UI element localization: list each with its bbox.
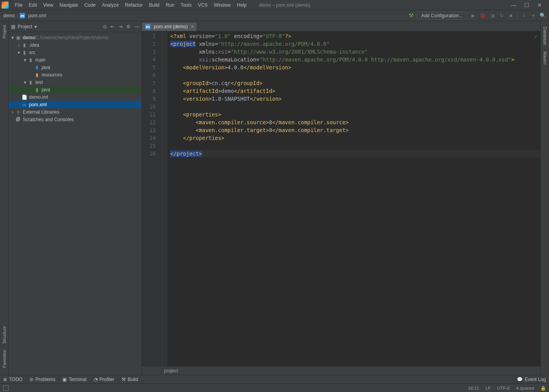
project-panel-header: ▦ Project ▾ ◎ ⇤ ⇥ ⚙ — [9, 21, 142, 32]
panel-settings-icon[interactable]: ⚙ [126, 24, 131, 29]
window-close-icon[interactable]: ✕ [537, 2, 542, 8]
tree-iml-label: demo.iml [29, 94, 48, 100]
menu-view[interactable]: View [40, 0, 56, 10]
breadcrumb-sep-icon: › [16, 13, 18, 18]
menu-run[interactable]: Run [163, 0, 178, 10]
status-encoding[interactable]: UTF-8 [497, 386, 510, 390]
build-hammer-icon[interactable]: ⚒ [409, 12, 414, 19]
search-everywhere-icon[interactable]: 🔍 [540, 13, 546, 19]
menu-analyze[interactable]: Analyze [99, 0, 122, 10]
inspection-ok-icon[interactable]: ✓ [534, 33, 538, 37]
menu-edit[interactable]: Edit [25, 0, 40, 10]
project-panel: ▦ Project ▾ ◎ ⇤ ⇥ ⚙ — ▾ ▣ demo C:\Users\… [9, 21, 142, 375]
editor: m pom.xml (demo) × 12 34 56 78 910 1112 … [142, 21, 540, 375]
tree-resources[interactable]: ▮ resources [9, 71, 142, 78]
toolwindow-favorites-button[interactable]: Favorites [2, 347, 7, 371]
toolwindow-maven-button[interactable]: Maven [543, 48, 547, 67]
menu-refactor[interactable]: Refactor [122, 0, 146, 10]
tree-scratches[interactable]: 🗐 Scratches and Consoles [9, 116, 142, 123]
right-tool-stripe: Database Maven [540, 21, 549, 375]
breadcrumb-file[interactable]: pom.xml [28, 13, 46, 18]
tree-root-path: C:\Users\chenq\IdeaProjects\demo [35, 35, 108, 40]
tree-root-label: demo [23, 35, 35, 40]
menu-bar: File Edit View Navigate Code Analyze Ref… [0, 0, 549, 10]
toolwindow-profiler[interactable]: ◔Profiler [94, 377, 115, 382]
menu-tools[interactable]: Tools [178, 0, 195, 10]
toolwindow-problems[interactable]: ⊘Problems [29, 377, 55, 382]
toolwindow-quick-access-icon[interactable] [3, 385, 9, 391]
tree-idea[interactable]: › ▮ .idea [9, 41, 142, 49]
gutter: 12 34 56 78 910 1112 1314 1516 [142, 31, 162, 366]
tree-ext-label: External Libraries [23, 109, 59, 115]
menu-file[interactable]: File [12, 0, 25, 10]
tree-main-java-label: java [42, 65, 50, 70]
tree-iml[interactable]: 📄 demo.iml [9, 93, 142, 101]
status-indent[interactable]: 4 spaces [516, 386, 534, 390]
tree-src-label: src [29, 50, 35, 55]
panel-hide-icon[interactable]: — [135, 24, 139, 29]
select-opened-file-icon[interactable]: ◎ [103, 24, 107, 29]
project-view-dropdown-icon[interactable]: ▾ [35, 24, 37, 29]
breadcrumb: demo › m pom.xml [3, 13, 46, 18]
breadcrumb-project[interactable]: demo [3, 13, 15, 18]
editor-breadcrumb[interactable]: project [142, 366, 540, 375]
menu-navigate[interactable]: Navigate [56, 0, 81, 10]
maven-pom-icon: m [21, 102, 27, 108]
tree-pom-label: pom.xml [29, 102, 47, 107]
run-icon[interactable]: ▶ [470, 13, 476, 19]
tab-label: pom.xml (demo) [154, 24, 188, 29]
tree-test[interactable]: ▾ ▮ test [9, 78, 142, 86]
add-configuration-button[interactable]: Add Configuration... [417, 12, 467, 20]
window-minimize-icon[interactable]: — [511, 2, 516, 8]
tree-main-java[interactable]: ▮ java [9, 64, 142, 71]
collapse-all-icon[interactable]: ⇥ [118, 24, 122, 29]
tree-pom[interactable]: m pom.xml [9, 101, 142, 108]
toolwindow-project-button[interactable]: Project [2, 22, 7, 42]
editor-tabs: m pom.xml (demo) × [142, 21, 540, 31]
status-readonly-icon[interactable]: 🔒 [540, 385, 546, 391]
tree-resources-label: resources [42, 72, 62, 78]
window-maximize-icon[interactable]: ☐ [524, 2, 529, 8]
update-project-icon[interactable]: ⇩ [521, 13, 527, 19]
menu-build[interactable]: Build [146, 0, 163, 10]
code-area[interactable]: <?xml version="1.0" encoding="UTF-8"?> <… [167, 31, 540, 366]
coverage-icon[interactable]: ◑ [489, 13, 495, 19]
tree-external-libs[interactable]: › ⫴ External Libraries [9, 108, 142, 116]
menu-code[interactable]: Code [81, 0, 99, 10]
window-title: demo – pom.xml (demo) [259, 2, 310, 8]
tree-main[interactable]: ▾ ▮ main [9, 56, 142, 64]
editor-tab-pom[interactable]: m pom.xml (demo) × [142, 22, 197, 31]
toolwindow-terminal[interactable]: ▣Terminal [62, 377, 86, 382]
status-cursor-pos[interactable]: 16:11 [468, 386, 479, 390]
project-panel-title[interactable]: Project [18, 24, 32, 29]
profile-icon[interactable]: ↻ [498, 13, 505, 19]
bottom-tool-bar: ≣TODO ⊘Problems ▣Terminal ◔Profiler ⚒Bui… [0, 375, 549, 383]
toolwindow-eventlog[interactable]: 💬Event Log [517, 377, 546, 382]
tab-close-icon[interactable]: × [191, 24, 194, 29]
menu-window[interactable]: Window [211, 0, 234, 10]
expand-all-icon[interactable]: ⇤ [111, 24, 115, 29]
editor-body[interactable]: 12 34 56 78 910 1112 1314 1516 <?xml ver… [142, 31, 540, 366]
toolwindow-structure-button[interactable]: Structure [2, 323, 7, 347]
stop-icon[interactable]: ■ [508, 13, 514, 19]
project-tree[interactable]: ▾ ▣ demo C:\Users\chenq\IdeaProjects\dem… [9, 32, 142, 375]
toolwindow-database-button[interactable]: Database [543, 24, 547, 48]
debug-icon[interactable]: 🐞 [480, 13, 486, 19]
menu-help[interactable]: Help [234, 0, 250, 10]
fold-strip[interactable] [162, 31, 167, 366]
tree-test-java[interactable]: ▮ java [9, 86, 142, 93]
status-line-separator[interactable]: LF [485, 386, 491, 390]
ide-logo-icon [2, 2, 9, 9]
toolwindow-todo[interactable]: ≣TODO [3, 377, 22, 382]
navigation-toolbar: demo › m pom.xml ⚒ Add Configuration... … [0, 10, 549, 21]
menu-vcs[interactable]: VCS [195, 0, 211, 10]
maven-file-icon: m [20, 13, 25, 18]
tree-scratch-label: Scratches and Consoles [23, 117, 74, 122]
tree-src[interactable]: ▾ ▮ src [9, 49, 142, 56]
toolwindow-build[interactable]: ⚒Build [122, 377, 138, 382]
select-config-icon[interactable]: ▾ [530, 13, 536, 19]
project-view-icon: ▦ [11, 24, 15, 29]
tree-root[interactable]: ▾ ▣ demo C:\Users\chenq\IdeaProjects\dem… [9, 34, 142, 41]
tree-test-java-label: java [42, 87, 50, 93]
status-bar: 16:11 LF UTF-8 4 spaces 🔒 [0, 383, 549, 392]
